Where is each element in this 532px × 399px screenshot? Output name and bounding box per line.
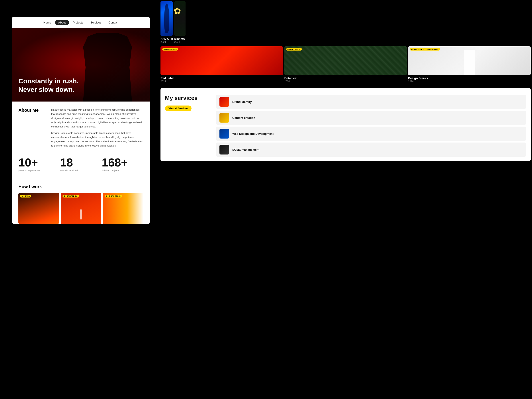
view-all-button[interactable]: View all Services xyxy=(165,106,191,111)
service-thumb-content xyxy=(219,113,229,123)
strategy-figure xyxy=(80,209,82,219)
badge-redlabel: BRAND DESIGN xyxy=(162,48,178,51)
portfolio-title-designfreaks: Design Freaks xyxy=(408,76,531,80)
portfolio-img-designfreaks[interactable]: BRAND DESIGN · DEVELOPMENT xyxy=(408,46,531,75)
how-badge-1: 1 · CALL xyxy=(20,195,31,197)
fashion-figure xyxy=(464,50,475,75)
portfolio-year-redlabel: 2024 xyxy=(160,80,283,83)
how-card-strategy: 2 · STRATEGY xyxy=(61,193,101,224)
service-brand-identity[interactable]: Brand identity xyxy=(216,95,526,109)
portfolio-title-blanked: Blanked xyxy=(174,37,185,40)
portfolio-redlabel: BRAND DESIGN Red Label 2024 xyxy=(160,46,283,84)
nav-home[interactable]: Home xyxy=(40,20,54,25)
portfolio-top-row: RFL-CTR 2024 Blanked 2024 xyxy=(159,0,532,45)
hero-image: Constantly in rush. Never slow down. xyxy=(12,28,150,101)
service-name-some: SOME management xyxy=(232,148,259,151)
service-name-content: Content creation xyxy=(232,116,255,120)
service-content-creation[interactable]: Content creation xyxy=(216,111,526,125)
portfolio-img-botanical[interactable]: BRAND DESIGN xyxy=(284,46,407,75)
service-thumb-some xyxy=(219,145,229,154)
about-body: I'm a creative marketer with a passion f… xyxy=(51,108,143,148)
blue-portrait-art xyxy=(160,1,173,36)
badge-designfreaks: BRAND DESIGN · DEVELOPMENT xyxy=(410,48,440,51)
right-panel: RFL-CTR 2024 Blanked 2024 BRAND DESIGN R… xyxy=(159,0,532,399)
services-inner: My services View all Services Brand iden… xyxy=(165,95,526,157)
stat-label-awards: awards received xyxy=(60,169,102,172)
portfolio-bottom-row: BRAND DESIGN Red Label 2024 BRAND DESIGN… xyxy=(159,46,532,84)
portfolio-year-botanical: 2024 xyxy=(284,80,407,83)
nav-contact[interactable]: Contact xyxy=(105,20,121,25)
service-some-management[interactable]: SOME management xyxy=(216,143,526,157)
stats-section: 10+ years of experience 18 awards receiv… xyxy=(12,152,150,178)
about-para2: My goal is to create cohesive, memorable… xyxy=(51,131,143,148)
how-cards: 1 · CALL 2 · STRATEGY 3 · REPORTING xyxy=(18,193,143,224)
about-title: About Me xyxy=(18,108,45,148)
service-name-brand: Brand identity xyxy=(232,100,252,103)
how-section: How I work 1 · CALL 2 · STRATEGY 3 · REP… xyxy=(12,178,150,224)
navigation: Home About Projects Services Contact xyxy=(12,17,150,28)
hero-line2: Never slow down. xyxy=(18,85,79,94)
how-title: How I work xyxy=(18,184,143,189)
portfolio-year-blanked: 2024 xyxy=(174,41,185,43)
stat-awards: 18 awards received xyxy=(60,157,102,172)
nav-services[interactable]: Services xyxy=(87,20,104,25)
portfolio-year-rflctr: 2024 xyxy=(160,41,173,43)
stat-label-projects: finished projects xyxy=(102,169,143,172)
portfolio-year-designfreaks: 2024 xyxy=(408,80,531,83)
services-list: Brand identity Content creation Web Desi… xyxy=(216,95,526,157)
hero-line1: Constantly in rush. xyxy=(18,77,79,85)
service-web-design[interactable]: Web Design and Development xyxy=(216,127,526,141)
portfolio-title-redlabel: Red Label xyxy=(160,76,283,80)
portfolio-designfreaks: BRAND DESIGN · DEVELOPMENT Design Freaks… xyxy=(408,46,531,84)
services-title: My services xyxy=(165,95,209,101)
portfolio-img-rflctr[interactable] xyxy=(160,1,173,36)
services-section: My services View all Services Brand iden… xyxy=(160,88,531,161)
hero-text: Constantly in rush. Never slow down. xyxy=(18,77,79,94)
stat-number-awards: 18 xyxy=(60,157,102,168)
hero-silhouette xyxy=(83,33,132,101)
how-card-call: 1 · CALL xyxy=(18,193,59,224)
service-thumb-brand xyxy=(219,97,229,107)
stat-number-exp: 10+ xyxy=(18,157,60,168)
service-name-web: Web Design and Development xyxy=(232,132,273,135)
services-left: My services View all Services xyxy=(165,95,209,111)
stat-projects: 168+ finished projects xyxy=(102,157,143,172)
portfolio-img-redlabel[interactable]: BRAND DESIGN xyxy=(160,46,283,75)
stat-experience: 10+ years of experience xyxy=(18,157,60,172)
dark-floral-art xyxy=(174,1,185,36)
portfolio-img-blanked[interactable] xyxy=(174,1,185,36)
nav-about[interactable]: About xyxy=(55,20,69,25)
how-badge-3: 3 · REPORTING xyxy=(105,195,122,197)
badge-botanical: BRAND DESIGN xyxy=(286,48,302,51)
left-panel: Home About Projects Services Contact Con… xyxy=(12,17,150,224)
nav-projects[interactable]: Projects xyxy=(70,20,86,25)
portfolio-botanical: BRAND DESIGN Botanical 2024 xyxy=(284,46,407,84)
stat-label-exp: years of experience xyxy=(18,169,60,172)
about-para1: I'm a creative marketer with a passion f… xyxy=(51,108,143,129)
portfolio-title-botanical: Botanical xyxy=(284,76,407,80)
about-section: About Me I'm a creative marketer with a … xyxy=(12,101,150,152)
portfolio-rflctr: RFL-CTR 2024 xyxy=(160,1,173,45)
portfolio-title-rflctr: RFL-CTR xyxy=(160,37,173,40)
how-badge-2: 2 · STRATEGY xyxy=(63,195,79,197)
portfolio-blanked: Blanked 2024 xyxy=(174,1,185,45)
how-card-reporting: 3 · REPORTING xyxy=(103,193,143,224)
service-thumb-web xyxy=(219,129,229,139)
stat-number-projects: 168+ xyxy=(102,157,143,168)
leaf-decoration xyxy=(284,46,407,75)
